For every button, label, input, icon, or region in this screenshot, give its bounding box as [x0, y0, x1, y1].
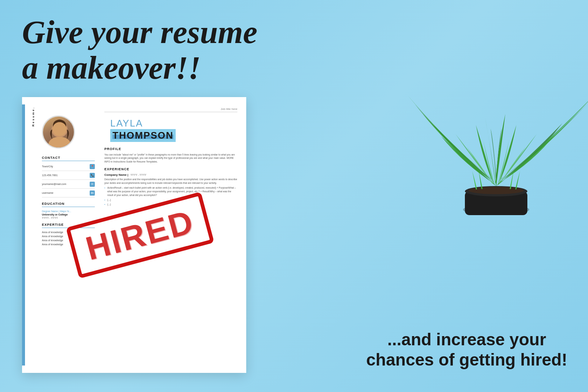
headline-line2: a makeover!! [22, 50, 279, 86]
bottom-text-line1: ...and increase your [360, 329, 573, 350]
profile-section: PROFILE You can include "about me" or "p… [104, 147, 237, 164]
resume-header: LAYLA THOMPSON [104, 114, 237, 142]
contact-row-city: Town/City 📍 [42, 164, 95, 171]
contact-phone-icon: 📞 [90, 173, 95, 178]
education-title: EDUCATION [42, 202, 95, 207]
experience-dates: YYYY - YYYY [130, 174, 146, 176]
job-title: Job title here [104, 107, 237, 112]
degree-name: Degree Name | Major N... [42, 210, 95, 213]
name-first: LAYLA [110, 118, 176, 129]
contact-city-text: Town/City [42, 165, 53, 168]
contact-section: CONTACT Town/City 📍 123.456.7891 📞 [42, 156, 95, 197]
experience-description: Description of the position and the resp… [104, 178, 237, 185]
main-container: Give your resume a makeover!! HIRED Resu… [0, 0, 588, 392]
experience-company: Company Name | [104, 173, 128, 177]
contact-location-icon: 📍 [90, 164, 95, 169]
contact-title: CONTACT [42, 156, 95, 161]
svg-point-2 [53, 122, 66, 135]
left-side: Give your resume a makeover!! HIRED Resu… [0, 0, 279, 392]
contact-linkedin-icon: in [90, 190, 95, 196]
resume-photo-img [43, 117, 75, 149]
bottom-text-container: ...and increase your chances of getting … [360, 329, 573, 370]
contact-row-email: yourname@mail.com ✉ [42, 182, 95, 189]
education-section: EDUCATION Degree Name | Major N... Unive… [42, 202, 95, 219]
plant-illustration [404, 0, 588, 228]
bottom-text-line2: chances of getting hired! [360, 350, 573, 370]
profile-text: You can include "about me" or "profile" … [104, 153, 237, 164]
resume-vertical-label: Resume. [32, 106, 35, 126]
contact-linkedin-text: username [42, 192, 53, 194]
resume-left-stripe [22, 104, 25, 366]
svg-point-6 [469, 187, 524, 194]
headline-line1: Give your resume [22, 15, 279, 50]
contact-email-icon: ✉ [90, 182, 95, 187]
contact-phone-text: 123.456.7891 [42, 174, 58, 177]
contact-row-phone: 123.456.7891 📞 [42, 173, 95, 180]
svg-point-1 [49, 137, 70, 149]
experience-title: EXPERIENCE [104, 167, 237, 171]
resume-photo [42, 115, 75, 149]
experience-company-row: Company Name | YYYY - YYYY [104, 173, 237, 177]
profile-title: PROFILE [104, 147, 237, 151]
experience-bullet-1: Action/Result – start each bullet point … [104, 186, 237, 197]
name-block: LAYLA THOMPSON [110, 118, 176, 142]
name-last: THOMPSON [112, 130, 173, 141]
contact-email-text: yourname@mail.com [42, 183, 66, 185]
headline: Give your resume a makeover!! [22, 15, 279, 86]
right-side: ...and increase your chances of getting … [279, 0, 588, 392]
contact-row-linkedin: username in [42, 190, 95, 197]
resume-document: HIRED Resume. [22, 97, 246, 373]
university-name: University or College [42, 213, 95, 216]
